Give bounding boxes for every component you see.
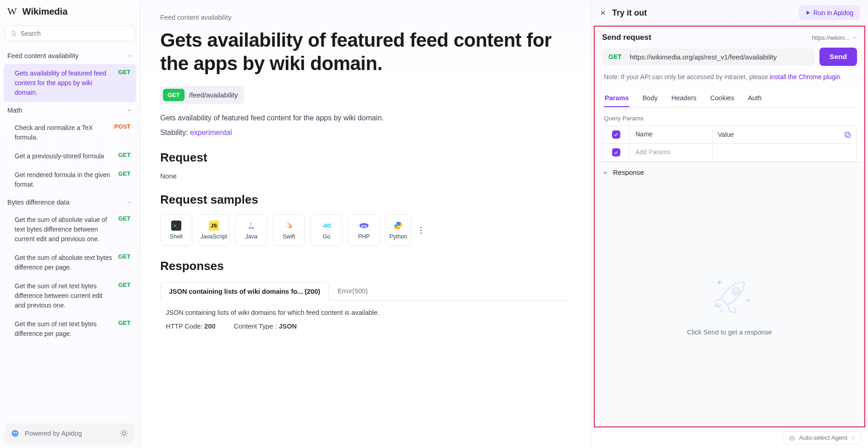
run-in-apidog-button[interactable]: Run in Apidog (799, 5, 860, 20)
nav-section-math[interactable]: Math (4, 102, 136, 119)
response-label: Response (613, 168, 644, 176)
theme-toggle-icon[interactable] (119, 429, 129, 438)
svg-point-17 (732, 287, 739, 295)
http-code-value: 200 (204, 323, 215, 330)
param-add-row[interactable]: Add Params (602, 144, 857, 161)
svg-point-21 (746, 305, 747, 307)
svg-rect-16 (846, 133, 850, 137)
add-params-input[interactable]: Add Params (630, 144, 712, 161)
endpoint-method-badge: GET (163, 89, 184, 101)
bulk-edit-icon[interactable] (844, 131, 851, 138)
response-empty-state: Click Send to get a response (595, 183, 864, 426)
checkbox-row[interactable] (612, 148, 620, 157)
nav-item-label: Get the sum of net text bytes difference… (15, 319, 114, 339)
response-tab-500[interactable]: Error(500) (329, 281, 376, 300)
sample-label: Swift (282, 233, 295, 240)
sample-label: Go (323, 233, 331, 240)
nav-item-math-stored[interactable]: Get a previously-stored formula GET (4, 147, 136, 166)
nav-item-label: Get the sum of net text bytes difference… (15, 281, 114, 310)
svg-point-18 (734, 289, 738, 293)
sample-java[interactable]: Java (235, 214, 267, 246)
sample-python[interactable]: Python (385, 214, 411, 246)
sample-go[interactable]: -GOGo (310, 214, 342, 246)
send-request-title: Send request (602, 33, 651, 42)
page-title: Gets availability of featured feed conte… (160, 28, 570, 75)
nav-item-math-check[interactable]: Check and normalize a TeX formula. POST (4, 119, 136, 147)
sort-icon (851, 435, 856, 441)
sidebar-header: W Wikimedia (0, 0, 140, 23)
tab-body[interactable]: Body (641, 90, 658, 107)
environment-selector[interactable]: https://wikim... (812, 34, 857, 41)
nav-item-bytes-2[interactable]: Get the sum of net text bytes difference… (4, 277, 136, 315)
tab-headers[interactable]: Headers (670, 90, 697, 107)
response-toggle[interactable]: Response (595, 162, 864, 183)
svg-point-1 (13, 432, 15, 433)
nav-section-bytes[interactable]: Bytes difference data (4, 194, 136, 211)
nav-item-feed-availability[interactable]: Gets availability of featured feed conte… (4, 64, 136, 102)
samples-heading: Request samples (160, 193, 570, 207)
svg-line-8 (121, 431, 122, 432)
sample-php[interactable]: phpPHP (348, 214, 380, 246)
checkbox-all[interactable] (612, 130, 620, 139)
nav-item-label: Get the sum of absolute value of text by… (15, 215, 114, 244)
nav-item-label: Get the sum of absolute text bytes diffe… (15, 253, 114, 272)
request-heading: Request (160, 151, 570, 165)
tab-auth[interactable]: Auth (747, 90, 763, 107)
tab-cookies[interactable]: Cookies (709, 90, 735, 107)
nav-section-feed[interactable]: Feed content availability (4, 48, 136, 64)
response-body: JSON containing lists of wiki domains fo… (160, 301, 570, 338)
http-code-label: HTTP Code: (166, 323, 204, 330)
nav-item-bytes-3[interactable]: Get the sum of net text bytes difference… (4, 315, 136, 343)
stability-link[interactable]: experimental (190, 129, 232, 136)
svg-point-3 (123, 432, 126, 435)
svg-text:php: php (361, 224, 367, 228)
sample-swift[interactable]: Swift (273, 214, 305, 246)
nav-item-label: Gets availability of featured feed conte… (15, 69, 114, 97)
agent-selector[interactable]: Auto-select Agent (783, 431, 862, 444)
method-badge: GET (118, 215, 130, 222)
powered-by[interactable]: Powered by Apidog (5, 423, 135, 443)
intranet-note: Note: If your API can only be accessed b… (602, 73, 857, 81)
sample-label: PHP (358, 233, 370, 240)
sample-javascript[interactable]: JSJavaScript (198, 214, 230, 246)
svg-point-24 (792, 438, 793, 439)
try-it-header: Try it out Run in Apidog (591, 0, 868, 26)
send-button[interactable]: Send (819, 48, 857, 66)
nav-item-math-rendered[interactable]: Get rendered formula in the given format… (4, 166, 136, 194)
nav-item-label: Check and normalize a TeX formula. (15, 123, 111, 142)
close-icon[interactable] (599, 9, 607, 16)
sample-label: Shell (170, 233, 183, 240)
response-tab-200[interactable]: JSON containing lists of wiki domains fo… (160, 282, 329, 301)
response-section: Response Click Send t (595, 162, 864, 426)
try-it-title: Try it out (612, 8, 647, 18)
nav-item-bytes-0[interactable]: Get the sum of absolute value of text by… (4, 211, 136, 248)
param-tabs: Params Body Headers Cookies Auth (602, 90, 857, 108)
nav-section-label: Math (7, 107, 22, 114)
sample-label: JavaScript (201, 233, 227, 240)
powered-label: Powered by Apidog (25, 430, 82, 437)
javascript-icon: JS (209, 221, 219, 231)
agent-label: Auto-select Agent (799, 434, 847, 441)
sample-label: Java (245, 233, 257, 240)
note-prefix: Note: If your API can only be accessed b… (604, 73, 770, 81)
samples-more-button[interactable] (417, 223, 425, 237)
python-icon (393, 221, 403, 231)
tab-params[interactable]: Params (604, 90, 629, 107)
url-input[interactable]: GET https://wikimedia.org/api/rest_v1/fe… (602, 49, 815, 65)
param-header-name: Name (630, 126, 712, 143)
sidebar: W Wikimedia Feed content availability Ge… (0, 0, 140, 448)
chrome-plugin-link[interactable]: install the Chrome plugin (770, 73, 841, 81)
method-badge: GET (118, 253, 130, 260)
search-input[interactable] (21, 30, 129, 37)
response-empty-text: Click Send to get a response (687, 329, 772, 336)
svg-point-19 (712, 281, 714, 282)
shell-icon: >_ (171, 221, 181, 231)
nav-item-bytes-1[interactable]: Get the sum of absolute text bytes diffe… (4, 248, 136, 277)
try-it-panel: Try it out Run in Apidog Send request ht… (591, 0, 868, 448)
request-none: None (160, 172, 570, 180)
search-input-wrapper[interactable] (5, 26, 135, 41)
response-description: JSON containing lists of wiki domains fo… (166, 309, 565, 316)
sample-shell[interactable]: >_Shell (160, 214, 192, 246)
chevron-down-icon (127, 200, 132, 205)
add-value-input[interactable] (712, 144, 857, 161)
